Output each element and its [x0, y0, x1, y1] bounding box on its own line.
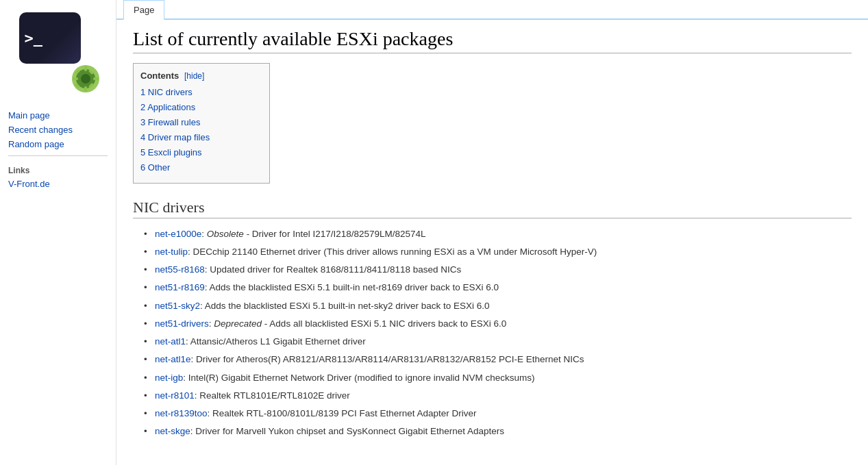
tab-bar: Page	[116, 0, 868, 20]
nic-desc-7: : Driver for Atheros(R) AR8121/AR8113/AR…	[191, 354, 584, 364]
nic-desc-8: : Intel(R) Gigabit Ethernet Network Driv…	[183, 373, 534, 383]
nic-link-net-r8139too[interactable]: net-r8139too	[155, 408, 208, 418]
svg-rect-2	[84, 66, 87, 71]
sidebar-item-recent-changes[interactable]: Recent changes	[0, 123, 116, 137]
contents-num-3: 3	[140, 117, 148, 127]
sidebar-item-main-page[interactable]: Main page	[0, 108, 116, 123]
tab-page[interactable]: Page	[123, 0, 164, 20]
contents-item-1: 1 NIC drivers	[140, 85, 258, 100]
list-item: net51-sky2: Adds the blacklisted ESXi 5.…	[144, 297, 852, 315]
sidebar-divider	[8, 155, 108, 156]
contents-item-4: 4 Driver map files	[140, 130, 258, 145]
nic-link-net55-r8168[interactable]: net55-r8168	[155, 264, 205, 275]
contents-link-6[interactable]: 6 Other	[140, 162, 170, 173]
list-item: net-tulip: DECchip 21140 Ethernet driver…	[144, 243, 852, 261]
main-content-area: Page List of currently available ESXi pa…	[116, 0, 868, 465]
contents-link-4[interactable]: 4 Driver map files	[140, 132, 210, 142]
nic-link-net-tulip[interactable]: net-tulip	[155, 247, 188, 257]
contents-num-2: 2	[140, 102, 147, 112]
nic-desc-11: : Driver for Marvell Yukon chipset and S…	[190, 426, 504, 436]
list-item: net-r8101: Realtek RTL8101E/RTL8102E dri…	[144, 387, 852, 405]
logo: >_	[14, 7, 103, 96]
contents-num-1: 1	[140, 87, 148, 97]
nic-link-net-atl1[interactable]: net-atl1	[155, 336, 186, 347]
list-item: net-r8139too: Realtek RTL-8100/8101L/813…	[144, 405, 852, 423]
nic-link-net-r8101[interactable]: net-r8101	[155, 390, 195, 401]
nic-link-net-igb[interactable]: net-igb	[155, 373, 183, 383]
contents-list: 1 NIC drivers 2 Applications 3 Firewall …	[140, 85, 258, 176]
nic-desc-4: : Adds the blacklisted ESXi 5.1 built-in…	[200, 301, 489, 311]
nic-link-net51-sky2[interactable]: net51-sky2	[155, 301, 200, 311]
list-item: net51-drivers: Deprecated - Adds all bla…	[144, 315, 852, 333]
terminal-icon: >_	[19, 12, 81, 64]
list-item: net-skge: Driver for Marvell Yukon chips…	[144, 423, 852, 440]
nic-desc-1: : DECchip 21140 Ethernet driver (This dr…	[188, 247, 597, 257]
contents-link-5[interactable]: 5 Esxcli plugins	[140, 147, 202, 158]
nic-desc-3: : Adds the blacklisted ESXi 5.1 built-in…	[205, 282, 499, 292]
list-item: net-atl1: Attansic/Atheros L1 Gigabit Et…	[144, 333, 852, 351]
nic-link-net-atl1e[interactable]: net-atl1e	[155, 354, 191, 364]
list-item: net-atl1e: Driver for Atheros(R) AR8121/…	[144, 351, 852, 368]
terminal-prompt-text: >_	[25, 31, 43, 46]
nic-desc-0: - Driver for Intel I217/I218/82579LM/825…	[244, 229, 426, 239]
contents-title-text: Contents	[140, 71, 179, 81]
contents-item-2: 2 Applications	[140, 100, 258, 115]
sidebar: >_ Main page Recent	[0, 0, 116, 465]
contents-num-5: 5	[140, 147, 148, 158]
list-item: net-e1000e: Obsolete - Driver for Intel …	[144, 225, 852, 243]
contents-link-1[interactable]: 1 NIC drivers	[140, 87, 193, 97]
nic-desc-2: : Updated driver for Realtek 8168/8111/8…	[205, 264, 462, 275]
sidebar-item-random-page[interactable]: Random page	[0, 137, 116, 151]
contents-link-2[interactable]: 2 Applications	[140, 102, 195, 112]
contents-item-6: 6 Other	[140, 160, 258, 175]
page-title: List of currently available ESXi package…	[133, 28, 852, 53]
contents-box: Contents [hide] 1 NIC drivers 2 Applicat…	[133, 63, 270, 184]
list-item: net51-r8169: Adds the blacklisted ESXi 5…	[144, 279, 852, 297]
nic-link-net51-drivers[interactable]: net51-drivers	[155, 318, 209, 329]
contents-num-4: 4	[140, 132, 148, 142]
nic-status-obsolete: : Obsolete	[201, 229, 244, 239]
svg-point-10	[81, 74, 90, 84]
sidebar-section-links-label: Links	[0, 160, 116, 177]
nic-link-net51-r8169[interactable]: net51-r8169	[155, 282, 205, 292]
svg-rect-5	[93, 77, 99, 80]
contents-hide-button[interactable]: [hide]	[184, 71, 204, 81]
svg-rect-4	[73, 77, 78, 80]
contents-link-3[interactable]: 3 Firewall rules	[140, 117, 200, 127]
nic-desc-10: : Realtek RTL-8100/8101L/8139 PCI Fast E…	[208, 408, 477, 418]
contents-item-3: 3 Firewall rules	[140, 115, 258, 130]
section-title-nic-drivers: NIC drivers	[133, 199, 852, 218]
nic-desc-9: : Realtek RTL8101E/RTL8102E driver	[195, 390, 350, 401]
nic-link-net-skge[interactable]: net-skge	[155, 426, 190, 436]
logo-area: >_	[0, 0, 116, 103]
nic-desc-5: - Adds all blacklisted ESXi 5.1 NIC driv…	[262, 318, 506, 329]
contents-num-6: 6	[140, 162, 148, 173]
nic-link-net-e1000e[interactable]: net-e1000e	[155, 229, 201, 239]
nic-desc-6: : Attansic/Atheros L1 Gigabit Ethernet d…	[186, 336, 366, 347]
contents-item-5: 5 Esxcli plugins	[140, 145, 258, 160]
main-content: List of currently available ESXi package…	[116, 20, 868, 457]
list-item: net55-r8168: Updated driver for Realtek …	[144, 261, 852, 279]
list-item: net-igb: Intel(R) Gigabit Ethernet Netwo…	[144, 369, 852, 387]
nic-drivers-list: net-e1000e: Obsolete - Driver for Intel …	[144, 225, 852, 441]
nic-status-deprecated: : Deprecated	[209, 318, 262, 329]
svg-rect-3	[84, 86, 87, 92]
gear-icon	[71, 64, 100, 93]
contents-title: Contents [hide]	[140, 71, 258, 81]
sidebar-item-vfront[interactable]: V-Front.de	[0, 177, 116, 191]
sidebar-nav: Main page Recent changes Random page Lin…	[0, 103, 116, 197]
